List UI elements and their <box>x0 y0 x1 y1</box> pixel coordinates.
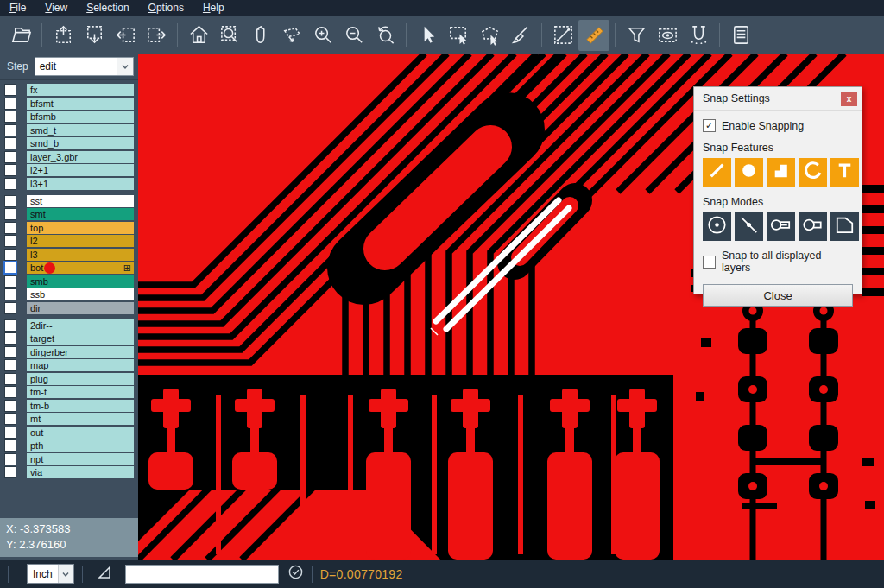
step-combobox[interactable]: edit <box>35 57 134 76</box>
layer-row-l3+1[interactable]: l3+1 <box>0 178 138 190</box>
import-left-button[interactable] <box>110 20 141 51</box>
select-rect-button[interactable] <box>443 20 474 51</box>
snap-text-button[interactable] <box>830 158 859 187</box>
measure-line-button[interactable] <box>547 20 578 51</box>
snap-line-button[interactable] <box>703 158 731 187</box>
layer-label[interactable]: smt <box>27 208 134 220</box>
layer-checkbox[interactable] <box>4 208 16 220</box>
layer-row-bfsmb[interactable]: bfsmb <box>0 111 138 123</box>
command-input[interactable] <box>125 565 279 584</box>
zoom-window-button[interactable] <box>214 20 245 51</box>
layer-checkbox[interactable] <box>4 164 16 176</box>
open-folder-button[interactable] <box>5 20 36 51</box>
snap-online-button[interactable] <box>735 212 763 241</box>
layer-row-dirgerber[interactable]: dirgerber <box>0 346 138 358</box>
snap-slot-short-button[interactable] <box>799 212 827 241</box>
layer-label[interactable]: pth <box>27 439 134 452</box>
layer-label[interactable]: fx <box>27 84 134 96</box>
snap-all-layers-checkbox[interactable] <box>703 256 716 269</box>
view-window-button[interactable] <box>652 20 683 51</box>
layer-checkbox[interactable] <box>4 332 16 345</box>
magnet-button[interactable] <box>683 20 714 51</box>
layer-label[interactable]: plug <box>27 373 134 385</box>
layer-checkbox[interactable] <box>4 466 16 478</box>
layer-checkbox[interactable] <box>4 98 16 110</box>
close-icon[interactable]: x <box>841 92 857 106</box>
layer-checkbox[interactable] <box>4 195 16 207</box>
import-right-button[interactable] <box>141 20 172 51</box>
layer-label[interactable]: map <box>27 359 134 371</box>
snap-corner-button[interactable] <box>830 212 859 241</box>
layer-label[interactable]: layer_3.gbr <box>27 151 134 163</box>
snap-pad-button[interactable] <box>735 158 763 187</box>
layer-row-smd_t[interactable]: smd_t <box>0 124 138 136</box>
layer-row-via[interactable]: via <box>0 466 138 478</box>
dialog-title-bar[interactable]: Snap Settings x <box>694 87 862 111</box>
zoom-in-button[interactable] <box>307 20 338 51</box>
import-top-button[interactable] <box>47 20 79 51</box>
home-button[interactable] <box>183 20 214 51</box>
move-shape-button[interactable] <box>276 20 307 51</box>
close-button[interactable]: Close <box>703 284 853 307</box>
layer-checkbox[interactable] <box>4 178 16 190</box>
layer-label[interactable]: top <box>27 222 134 234</box>
layer-label[interactable]: tm-t <box>27 386 134 398</box>
layer-checkbox[interactable] <box>4 386 16 398</box>
menu-selection[interactable]: Selection <box>77 0 138 16</box>
layer-label[interactable]: l2+1 <box>27 164 134 176</box>
chevron-down-icon[interactable] <box>117 58 133 75</box>
layer-checkbox[interactable] <box>4 439 16 452</box>
chevron-down-icon[interactable] <box>58 565 73 583</box>
layer-row-target[interactable]: target <box>0 332 138 345</box>
ruler-button[interactable] <box>578 20 609 51</box>
layer-label[interactable]: ssb <box>27 288 134 300</box>
layer-checkbox[interactable] <box>4 400 16 412</box>
layer-row-bot[interactable]: bot⊞ <box>0 262 138 274</box>
layer-label[interactable]: bfsmb <box>27 111 134 123</box>
enable-snapping-checkbox[interactable]: ✓ <box>703 119 716 132</box>
layer-label[interactable]: l3 <box>27 249 134 261</box>
layer-form-button[interactable] <box>725 20 756 51</box>
layer-row-smd_b[interactable]: smd_b <box>0 137 138 149</box>
select-poly-button[interactable] <box>474 20 505 51</box>
import-bottom-button[interactable] <box>79 20 110 51</box>
layer-checkbox[interactable] <box>4 249 16 261</box>
layer-row-2dir--[interactable]: 2dir-- <box>0 319 138 332</box>
layer-row-npt[interactable]: npt <box>0 453 138 465</box>
layer-checkbox[interactable] <box>4 151 16 163</box>
layer-checkbox[interactable] <box>4 137 16 149</box>
layer-label[interactable]: smd_t <box>27 124 134 136</box>
snap-slot-long-button[interactable] <box>767 212 795 241</box>
layer-row-sst[interactable]: sst <box>0 195 138 207</box>
layer-row-tm-t[interactable]: tm-t <box>0 386 138 398</box>
layer-row-ssb[interactable]: ssb <box>0 288 138 300</box>
layer-row-tm-b[interactable]: tm-b <box>0 400 138 412</box>
layer-label[interactable]: l3+1 <box>27 178 134 190</box>
menu-view[interactable]: View <box>35 0 77 16</box>
layer-label[interactable]: bot⊞ <box>27 262 134 274</box>
layer-checkbox[interactable] <box>4 319 16 332</box>
layer-checkbox[interactable] <box>4 262 16 274</box>
layer-checkbox[interactable] <box>4 275 16 288</box>
snap-center-button[interactable] <box>703 212 731 241</box>
layer-checkbox[interactable] <box>4 84 16 96</box>
layer-label[interactable]: mt <box>27 413 134 425</box>
layer-label[interactable]: bfsmt <box>27 98 134 110</box>
layer-label[interactable]: smb <box>27 275 134 288</box>
layer-row-smb[interactable]: smb <box>0 275 138 288</box>
layer-checkbox[interactable] <box>4 222 16 234</box>
zoom-out-button[interactable] <box>338 20 369 51</box>
layer-label[interactable]: 2dir-- <box>27 319 134 332</box>
snap-surface-button[interactable] <box>767 158 795 187</box>
layer-checkbox[interactable] <box>4 346 16 358</box>
layer-row-bfsmt[interactable]: bfsmt <box>0 98 138 110</box>
layer-checkbox[interactable] <box>4 124 16 136</box>
zoom-previous-button[interactable] <box>369 20 401 51</box>
apply-check-icon[interactable] <box>287 564 304 584</box>
layer-row-l2+1[interactable]: l2+1 <box>0 164 138 176</box>
layer-row-fx[interactable]: fx <box>0 84 138 96</box>
layer-label[interactable]: via <box>27 466 134 478</box>
layer-checkbox[interactable] <box>4 453 16 465</box>
layer-checkbox[interactable] <box>4 359 16 371</box>
filter-funnel-button[interactable] <box>621 20 652 51</box>
